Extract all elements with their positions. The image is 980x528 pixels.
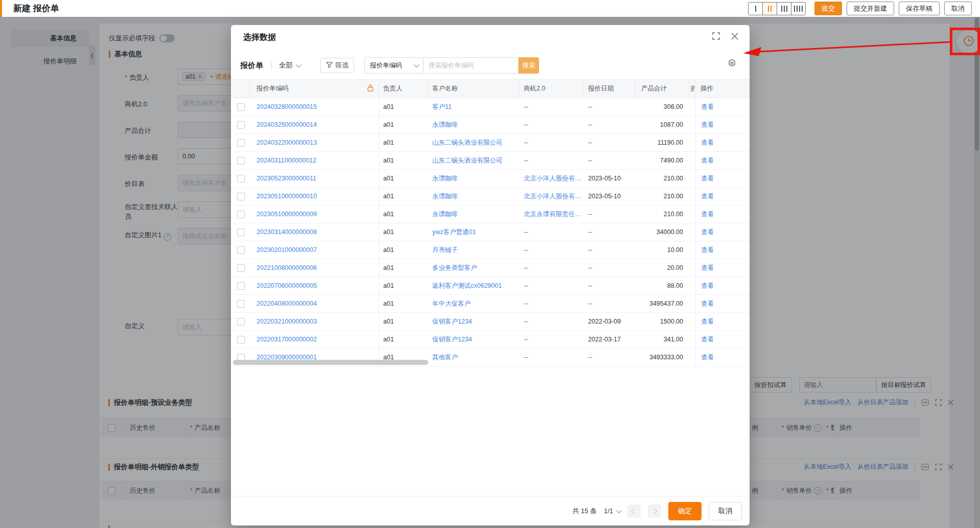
annotation-highlight-box <box>950 28 980 55</box>
customer-link[interactable]: ywz客户普通01 <box>432 228 476 237</box>
product-total-cell: 210.00 <box>635 205 689 223</box>
customer-link[interactable]: 山东二锅头酒业有限公司 <box>432 156 503 165</box>
quote-date-cell: -- <box>584 98 635 116</box>
quote-code-link[interactable]: 20230523000000011 <box>256 175 316 182</box>
view-link[interactable]: 查看 <box>701 264 714 272</box>
search-field-select[interactable]: 报价单编码 <box>364 57 424 74</box>
row-checkbox[interactable] <box>237 264 245 272</box>
modal-cancel-button[interactable]: 取消 <box>709 502 742 520</box>
layout-2col-button[interactable] <box>762 3 777 15</box>
cancel-button[interactable]: 取消 <box>944 2 972 15</box>
product-total-cell: 1087.00 <box>635 116 689 133</box>
page-selector[interactable]: 1/1 <box>604 507 620 515</box>
view-link[interactable]: 查看 <box>701 246 714 255</box>
customer-link[interactable]: 其他客户 <box>432 353 458 362</box>
quote-code-link[interactable]: 20230201000000007 <box>256 246 317 254</box>
quote-date-cell: -- <box>584 152 635 169</box>
view-link[interactable]: 查看 <box>701 335 714 344</box>
quote-code-link[interactable]: 20240328000000015 <box>256 103 317 110</box>
row-checkbox[interactable] <box>237 121 245 129</box>
view-link[interactable]: 查看 <box>701 317 714 326</box>
table-row: 20230314000000008a01ywz客户普通01----34000.0… <box>231 223 750 241</box>
layout-3col-button[interactable] <box>777 3 791 15</box>
product-total-cell: 88.00 <box>635 277 689 294</box>
fullscreen-icon[interactable] <box>712 32 720 40</box>
quote-code-link[interactable]: 20221008000000006 <box>256 264 317 271</box>
view-link[interactable]: 查看 <box>701 156 714 165</box>
prev-page-button[interactable] <box>627 504 641 518</box>
submit-and-new-button[interactable]: 提交并新建 <box>847 2 894 15</box>
customer-link[interactable]: 促销客户1234 <box>432 317 472 326</box>
view-link[interactable]: 查看 <box>701 228 714 237</box>
product-total-cell: 7490.00 <box>635 152 689 169</box>
view-link[interactable]: 查看 <box>701 139 714 147</box>
table-row: 20220321000000003a01促销客户1234--2022-03-09… <box>231 313 750 331</box>
layout-4col-button[interactable] <box>791 3 805 15</box>
row-checkbox[interactable] <box>237 193 245 200</box>
column-settings-gear-icon[interactable] <box>728 59 736 69</box>
quote-date-cell: 2023-05-10 <box>584 170 635 187</box>
view-link[interactable]: 查看 <box>701 282 714 290</box>
quote-code-link[interactable]: 20220321000000003 <box>256 318 317 325</box>
quote-code-link[interactable]: 20220408000000004 <box>256 300 317 307</box>
layout-1col-button[interactable] <box>749 3 762 15</box>
row-checkbox[interactable] <box>237 300 245 308</box>
customer-link[interactable]: 返利客户测试cx0629001 <box>432 282 502 290</box>
customer-link[interactable]: 促销客户1234 <box>432 335 472 344</box>
close-modal-icon[interactable] <box>731 32 738 40</box>
quote-code-link[interactable]: 20240322000000013 <box>256 139 317 146</box>
view-link[interactable]: 查看 <box>701 192 714 201</box>
customer-link[interactable]: 客户11 <box>432 103 452 111</box>
customer-link[interactable]: 月亮铺子 <box>432 246 458 255</box>
quote-code-link[interactable]: 20230510000000010 <box>256 193 317 200</box>
owner-cell: a01 <box>379 313 428 330</box>
customer-link[interactable]: 永璞咖啡 <box>432 192 458 201</box>
opportunity-link[interactable]: 北京小洋人股份有限公司 <box>524 174 584 183</box>
product-total-cell: 20.00 <box>635 259 689 277</box>
customer-link[interactable]: 永璞咖啡 <box>432 121 458 129</box>
row-checkbox[interactable] <box>237 318 245 326</box>
view-link[interactable]: 查看 <box>701 174 714 183</box>
quote-code-link[interactable]: 20240311000000012 <box>256 157 316 164</box>
quote-code-link[interactable]: 20220706000000005 <box>256 282 317 289</box>
customer-link[interactable]: 永璞咖啡 <box>432 210 458 219</box>
row-checkbox[interactable] <box>237 157 245 165</box>
quote-code-link[interactable]: 20230314000000008 <box>256 228 317 236</box>
next-page-button[interactable] <box>648 504 661 518</box>
scope-dropdown[interactable]: 全部 <box>279 61 300 70</box>
customer-link[interactable]: 多业务类型客户 <box>432 264 477 272</box>
view-link[interactable]: 查看 <box>701 300 714 308</box>
view-link[interactable]: 查看 <box>701 353 714 362</box>
view-link[interactable]: 查看 <box>701 103 714 111</box>
owner-cell: a01 <box>379 295 428 312</box>
row-checkbox[interactable] <box>237 336 245 343</box>
row-checkbox[interactable] <box>237 139 245 147</box>
quote-code-link[interactable]: 20220317000000002 <box>256 336 317 343</box>
row-checkbox[interactable] <box>237 103 245 111</box>
customer-link[interactable]: 年中大促客户 <box>432 300 471 308</box>
row-checkbox[interactable] <box>237 228 245 236</box>
confirm-button[interactable]: 确定 <box>668 502 702 520</box>
row-checkbox[interactable] <box>237 246 245 254</box>
view-link[interactable]: 查看 <box>701 210 714 219</box>
quote-code-link[interactable]: 20240325000000014 <box>256 121 317 128</box>
view-link[interactable]: 查看 <box>701 121 714 129</box>
opportunity-link[interactable]: 北京小洋人股份有限公司 <box>524 192 584 201</box>
lock-icon <box>367 84 374 93</box>
horizontal-scrollbar-thumb[interactable] <box>233 360 428 365</box>
row-checkbox[interactable] <box>237 175 245 182</box>
row-checkbox[interactable] <box>237 282 245 290</box>
product-total-cell: 3495437.00 <box>635 295 689 312</box>
search-button[interactable]: 搜索 <box>519 57 539 74</box>
row-checkbox[interactable] <box>237 211 245 218</box>
search-input[interactable] <box>424 57 519 74</box>
quote-code-link[interactable]: 20230510000000009 <box>256 211 317 218</box>
product-total-cell: 3493333.00 <box>635 349 689 366</box>
customer-link[interactable]: 永璞咖啡 <box>432 174 458 183</box>
save-draft-button[interactable]: 保存草稿 <box>899 2 940 15</box>
quote-date-cell: -- <box>584 259 635 277</box>
filter-button[interactable]: 筛选 <box>320 58 354 73</box>
customer-link[interactable]: 山东二锅头酒业有限公司 <box>432 139 503 147</box>
opportunity-link[interactable]: 北京永璞有限责任公司 <box>524 210 584 219</box>
submit-button[interactable]: 提交 <box>814 2 842 15</box>
